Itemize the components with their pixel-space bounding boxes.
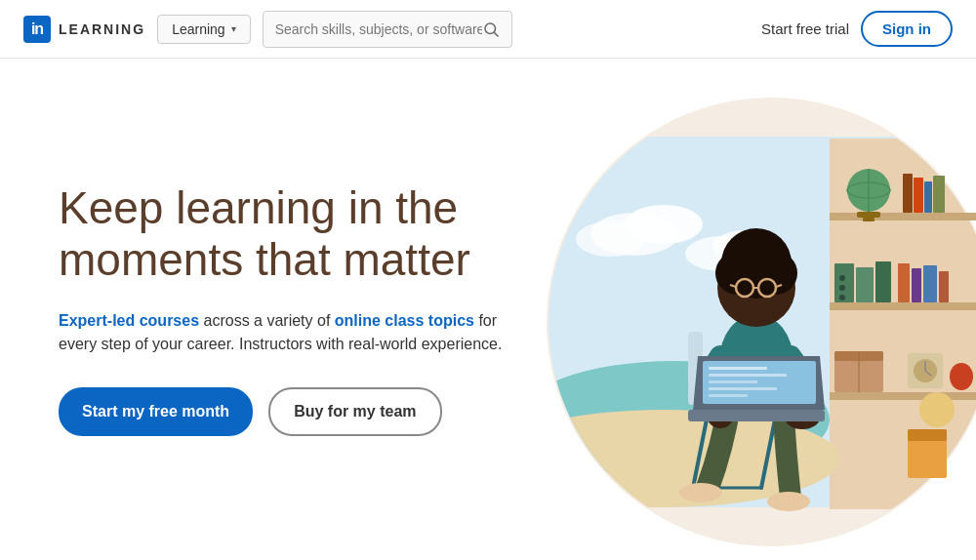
svg-point-0 — [485, 23, 496, 34]
svg-rect-14 — [903, 174, 913, 213]
svg-rect-28 — [939, 271, 949, 302]
hero-title-line1: Keep learning in the — [59, 182, 458, 233]
search-bar[interactable] — [263, 11, 513, 48]
header: in LEARNING Learning ▾ Start free trial … — [0, 0, 976, 59]
hero-subtitle: Expert-led courses across a variety of o… — [59, 309, 527, 356]
svg-rect-12 — [857, 212, 880, 218]
svg-point-44 — [576, 221, 644, 257]
start-free-month-button[interactable]: Start my free month — [59, 387, 253, 436]
svg-rect-27 — [923, 265, 937, 302]
svg-rect-70 — [709, 374, 787, 377]
nav-label: Learning — [172, 21, 225, 37]
svg-rect-6 — [830, 213, 976, 220]
svg-rect-20 — [856, 267, 874, 302]
search-button[interactable] — [482, 20, 500, 38]
svg-rect-8 — [830, 392, 976, 400]
svg-rect-73 — [709, 394, 748, 397]
cta-buttons: Start my free month Buy for my team — [59, 387, 566, 436]
hero-content: Keep learning in the moments that matter… — [59, 182, 566, 436]
svg-rect-15 — [914, 178, 923, 213]
linkedin-logo-icon: in — [23, 16, 51, 43]
logo-area: in LEARNING — [23, 16, 145, 43]
hero-section: Keep learning in the moments that matter… — [0, 59, 976, 560]
svg-rect-72 — [709, 387, 777, 390]
svg-rect-38 — [908, 429, 947, 441]
expert-led-courses-link[interactable]: Expert-led courses — [59, 312, 199, 329]
svg-rect-67 — [688, 410, 825, 421]
svg-rect-71 — [709, 380, 757, 383]
subtitle-mid: across a variety of — [199, 312, 335, 329]
svg-rect-69 — [709, 367, 767, 370]
sign-in-button[interactable]: Sign in — [861, 11, 953, 47]
search-input[interactable] — [275, 21, 483, 37]
svg-rect-16 — [924, 181, 932, 213]
svg-point-53 — [679, 483, 722, 502]
hero-title-line2: moments that matter — [59, 234, 470, 285]
hero-title: Keep learning in the moments that matter — [59, 182, 566, 286]
svg-point-32 — [950, 363, 973, 390]
svg-rect-13 — [863, 218, 874, 221]
learning-wordmark: LEARNING — [59, 21, 145, 37]
online-class-topics-link[interactable]: online class topics — [335, 312, 474, 329]
svg-point-54 — [767, 492, 810, 511]
svg-point-22 — [839, 275, 845, 281]
svg-rect-25 — [898, 263, 910, 302]
svg-rect-7 — [830, 302, 976, 310]
svg-point-23 — [839, 285, 845, 291]
svg-line-1 — [495, 32, 499, 36]
start-free-trial-button[interactable]: Start free trial — [761, 20, 849, 37]
svg-point-39 — [919, 392, 955, 427]
svg-rect-21 — [875, 261, 891, 302]
svg-rect-26 — [912, 268, 921, 302]
svg-point-24 — [839, 295, 845, 300]
chevron-down-icon: ▾ — [231, 23, 236, 34]
learning-nav-dropdown[interactable]: Learning ▾ — [157, 15, 251, 44]
svg-rect-17 — [933, 176, 945, 213]
search-icon — [482, 20, 500, 38]
buy-for-team-button[interactable]: Buy for my team — [268, 387, 441, 436]
